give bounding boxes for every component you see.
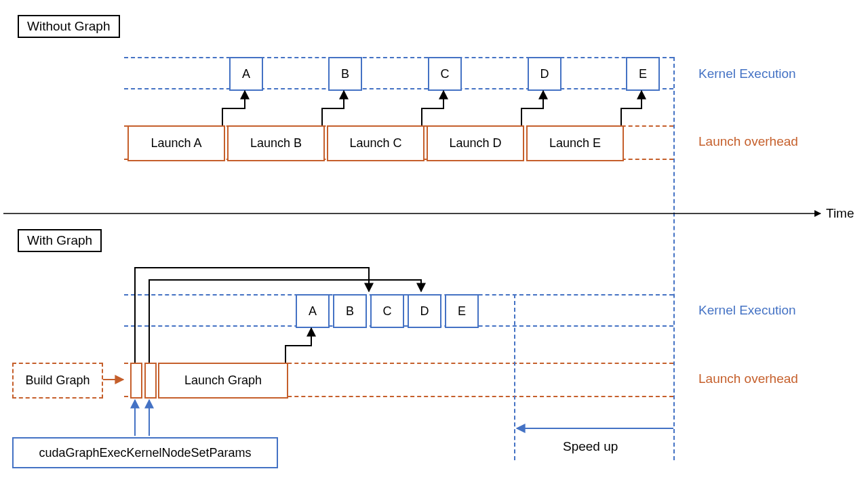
- launch-box-a: Launch A: [127, 125, 225, 161]
- kernel-box-e-2: E: [445, 294, 479, 328]
- launch-label: Launch A: [151, 136, 201, 150]
- arrow-launch-graph: [285, 328, 311, 363]
- kernel-box-a: A: [229, 57, 263, 91]
- launch-label: Launch B: [250, 136, 302, 150]
- kernel-label: A: [242, 67, 250, 81]
- kernel-label: D: [540, 67, 549, 81]
- launch-box-e: Launch E: [526, 125, 624, 161]
- row-label-launch-top: Launch overhead: [698, 134, 798, 149]
- arrow-launch-d: [521, 91, 543, 125]
- row-label-launch-bottom: Launch overhead: [698, 371, 798, 386]
- launch-label: Launch Graph: [184, 373, 262, 388]
- launch-box-c: Launch C: [327, 125, 425, 161]
- kernel-label: E: [639, 67, 647, 81]
- launch-box-d: Launch D: [427, 125, 524, 161]
- arrow-launch-b: [322, 91, 344, 125]
- section-title-without: Without Graph: [18, 15, 120, 38]
- launch-label: Launch D: [449, 136, 501, 150]
- kernel-box-a-2: A: [296, 294, 330, 328]
- kernel-label: B: [341, 67, 349, 81]
- launch-box-b: Launch B: [227, 125, 325, 161]
- kernel-box-c: C: [428, 57, 462, 91]
- kernel-box-d: D: [528, 57, 561, 91]
- arrow-launch-c: [422, 91, 443, 125]
- kernel-box-d-2: D: [408, 294, 441, 328]
- lane-kernel-bottom: [124, 88, 673, 89]
- kernel-box-e: E: [626, 57, 660, 91]
- build-graph-box: Build Graph: [12, 363, 103, 399]
- build-graph-label: Build Graph: [25, 373, 90, 388]
- kernel-label: C: [441, 67, 450, 81]
- pre-box-2: [144, 363, 157, 399]
- launch-label: Launch C: [349, 136, 401, 150]
- speedup-label: Speed up: [563, 439, 618, 454]
- kernel-label: C: [383, 304, 392, 319]
- kernel-box-b: B: [328, 57, 362, 91]
- api-box: cudaGraphExecKernelNodeSetParams: [12, 437, 278, 468]
- kernel-box-c-2: C: [370, 294, 404, 328]
- kernel-label: B: [346, 304, 354, 319]
- launch-label: Launch E: [549, 136, 601, 150]
- speedup-right-line: [673, 57, 675, 460]
- axis-time-label: Time: [826, 206, 854, 221]
- pre-box-1: [130, 363, 142, 399]
- launch-graph-box: Launch Graph: [158, 363, 288, 399]
- api-label: cudaGraphExecKernelNodeSetParams: [39, 446, 251, 460]
- row-label-kernel-bottom: Kernel Execution: [698, 303, 796, 318]
- kernel-box-b-2: B: [333, 294, 367, 328]
- row-label-kernel-top: Kernel Execution: [698, 66, 796, 81]
- arrow-launch-e: [621, 91, 642, 125]
- kernel-label: A: [309, 304, 317, 319]
- kernel-label: D: [420, 304, 429, 319]
- speedup-left-line: [514, 294, 515, 460]
- lane-kernel-top: [124, 57, 673, 58]
- section-title-with: With Graph: [18, 229, 102, 252]
- kernel-label: E: [458, 304, 466, 319]
- arrow-launch-a: [222, 91, 245, 125]
